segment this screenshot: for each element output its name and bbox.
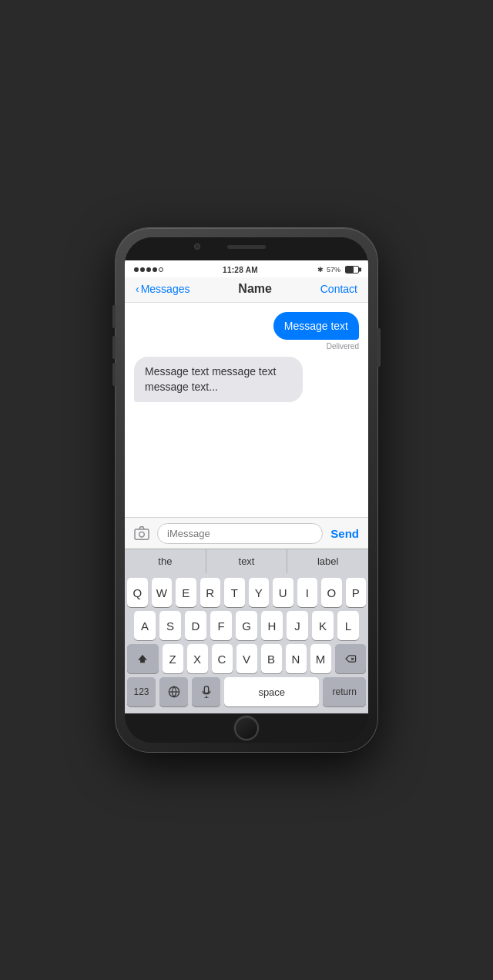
key-v[interactable]: V	[236, 644, 257, 673]
microphone-key[interactable]	[192, 677, 220, 706]
conversation-title: Name	[238, 282, 272, 296]
svg-rect-7	[204, 686, 208, 693]
sent-bubble: Message text	[273, 312, 359, 340]
key-b[interactable]: B	[261, 644, 282, 673]
message-input[interactable]	[157, 523, 323, 544]
home-button-area	[125, 713, 368, 743]
screen: 11:28 AM ✱ 57% ‹ Messages Name Contact	[125, 260, 368, 713]
key-h[interactable]: H	[261, 611, 283, 640]
key-z[interactable]: Z	[163, 644, 183, 673]
autocomplete-item-0[interactable]: the	[125, 549, 206, 573]
battery-icon	[345, 266, 359, 274]
key-c[interactable]: C	[212, 644, 233, 673]
svg-point-1	[139, 532, 145, 537]
key-d[interactable]: D	[185, 611, 206, 640]
keyboard-row-3: Z X C V B N M	[127, 644, 366, 673]
send-button[interactable]: Send	[327, 527, 362, 540]
key-f[interactable]: F	[210, 611, 232, 640]
key-l[interactable]: L	[337, 611, 359, 640]
status-bar: 11:28 AM ✱ 57%	[125, 260, 368, 277]
key-g[interactable]: G	[236, 611, 257, 640]
signal-dot-2	[140, 267, 145, 272]
delivered-status: Delivered	[327, 342, 359, 351]
message-row-sent: Message text Delivered	[134, 312, 359, 351]
key-r[interactable]: R	[200, 578, 221, 607]
space-key[interactable]: space	[224, 677, 319, 706]
keyboard-row-2: A S D F G H J K L	[127, 611, 366, 640]
autocomplete-item-1[interactable]: text	[206, 549, 288, 573]
keyboard-row-4: 123	[127, 677, 366, 706]
battery-fill	[346, 267, 354, 273]
back-button[interactable]: ‹ Messages	[136, 283, 189, 295]
svg-rect-0	[135, 529, 149, 539]
phone-top-bar	[125, 237, 368, 260]
key-a[interactable]: A	[134, 611, 156, 640]
messages-area: Message text Delivered Message text mess…	[125, 303, 368, 517]
bluetooth-icon: ✱	[317, 266, 324, 274]
signal-dot-4	[153, 267, 157, 272]
key-j[interactable]: J	[287, 611, 308, 640]
battery-percent: 57%	[327, 266, 340, 274]
received-bubble: Message text message text message text..…	[134, 357, 303, 402]
key-u[interactable]: U	[273, 578, 293, 607]
signal-dot-5	[159, 267, 163, 272]
signal-dot-3	[146, 267, 151, 272]
key-q[interactable]: Q	[127, 578, 148, 607]
speaker	[227, 245, 266, 249]
signal-indicators	[134, 267, 163, 272]
key-m[interactable]: M	[310, 644, 331, 673]
return-key[interactable]: return	[323, 677, 366, 706]
contact-button[interactable]: Contact	[320, 283, 357, 295]
svg-marker-2	[138, 655, 147, 663]
key-i[interactable]: I	[297, 578, 318, 607]
key-s[interactable]: S	[159, 611, 181, 640]
shift-key[interactable]	[127, 644, 159, 673]
key-p[interactable]: P	[346, 578, 367, 607]
delete-key[interactable]	[335, 644, 367, 673]
autocomplete-bar: the text label	[125, 549, 368, 573]
key-k[interactable]: K	[312, 611, 334, 640]
globe-key[interactable]	[159, 677, 188, 706]
key-n[interactable]: N	[286, 644, 307, 673]
key-x[interactable]: X	[187, 644, 208, 673]
status-right: ✱ 57%	[317, 266, 359, 274]
key-w[interactable]: W	[152, 578, 173, 607]
autocomplete-item-2[interactable]: label	[287, 549, 368, 573]
phone-frame: 11:28 AM ✱ 57% ‹ Messages Name Contact	[116, 228, 377, 752]
key-123[interactable]: 123	[127, 677, 156, 706]
status-time: 11:28 AM	[223, 266, 258, 274]
front-camera	[194, 243, 200, 250]
keyboard: Q W E R T Y U I O P A S D F G	[125, 573, 368, 713]
message-row-received: Message text message text message text..…	[134, 357, 359, 402]
camera-button[interactable]	[131, 522, 153, 544]
keyboard-row-1: Q W E R T Y U I O P	[127, 578, 366, 607]
home-button[interactable]	[234, 716, 259, 740]
input-bar: Send	[125, 517, 368, 549]
navigation-bar: ‹ Messages Name Contact	[125, 277, 368, 303]
key-o[interactable]: O	[321, 578, 342, 607]
key-t[interactable]: T	[224, 578, 245, 607]
key-y[interactable]: Y	[249, 578, 270, 607]
sent-message-text: Message text	[284, 320, 348, 332]
signal-dot-1	[134, 267, 139, 272]
phone-inner: 11:28 AM ✱ 57% ‹ Messages Name Contact	[125, 237, 368, 743]
back-chevron-icon: ‹	[136, 283, 139, 295]
received-message-text: Message text message text message text..…	[145, 365, 276, 393]
key-e[interactable]: E	[176, 578, 196, 607]
back-label: Messages	[141, 283, 190, 295]
